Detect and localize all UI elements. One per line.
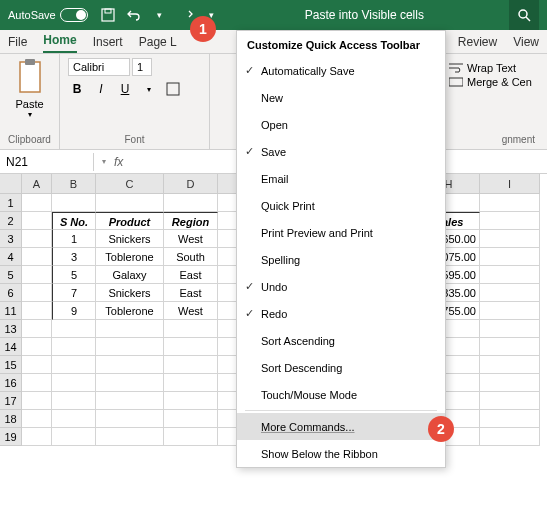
svg-rect-1 xyxy=(105,9,111,13)
menu-item-label: Sort Ascending xyxy=(261,335,335,347)
italic-button[interactable]: I xyxy=(92,80,110,98)
font-size-input[interactable] xyxy=(132,58,152,76)
chevron-down-icon[interactable]: ▾ xyxy=(152,7,168,23)
table-cell: Galaxy xyxy=(96,266,164,284)
underline-button[interactable]: U xyxy=(116,80,134,98)
tab-review[interactable]: Review xyxy=(458,31,497,53)
menu-item-label: Show Below the Ribbon xyxy=(261,448,378,460)
workbook-title: Paste into Visible cells xyxy=(220,8,509,22)
search-button[interactable] xyxy=(509,0,539,30)
qat-customize-menu: Customize Quick Access Toolbar ✓Automati… xyxy=(236,30,446,468)
menu-item-label: Quick Print xyxy=(261,200,315,212)
menu-item-label: Print Preview and Print xyxy=(261,227,373,239)
table-cell: 3 xyxy=(52,248,96,266)
chevron-down-icon[interactable]: ▾ xyxy=(140,80,158,98)
menu-item-label: Save xyxy=(261,146,286,158)
tab-insert[interactable]: Insert xyxy=(93,31,123,53)
menu-item[interactable]: ✓Redo xyxy=(237,300,445,327)
merge-icon[interactable] xyxy=(449,76,463,88)
table-header: Product xyxy=(96,212,164,230)
row-header[interactable]: 15 xyxy=(0,356,22,374)
fx-icon[interactable]: fx xyxy=(114,155,123,169)
row-header[interactable]: 11 xyxy=(0,302,22,320)
menu-show-below-ribbon[interactable]: Show Below the Ribbon xyxy=(237,440,445,467)
svg-rect-6 xyxy=(167,83,179,95)
menu-item[interactable]: New xyxy=(237,84,445,111)
paste-label[interactable]: Paste xyxy=(8,98,51,110)
menu-title: Customize Quick Access Toolbar xyxy=(237,31,445,57)
tab-file[interactable]: File xyxy=(8,31,27,53)
menu-more-commands[interactable]: More Commands... xyxy=(237,413,445,440)
menu-item-label: Redo xyxy=(261,308,287,320)
font-name-input[interactable] xyxy=(68,58,130,76)
merge-label[interactable]: Merge & Cen xyxy=(467,76,532,88)
col-header[interactable]: A xyxy=(22,174,52,194)
col-header[interactable]: I xyxy=(480,174,540,194)
row-header[interactable]: 13 xyxy=(0,320,22,338)
menu-item[interactable]: Open xyxy=(237,111,445,138)
table-cell: Snickers xyxy=(96,284,164,302)
menu-item[interactable]: Touch/Mouse Mode xyxy=(237,381,445,408)
autosave-label: AutoSave xyxy=(8,9,56,21)
row-header[interactable]: 2 xyxy=(0,212,22,230)
menu-item[interactable]: Email xyxy=(237,165,445,192)
group-clipboard: Paste ▾ Clipboard xyxy=(0,54,60,149)
menu-item-label: Spelling xyxy=(261,254,300,266)
title-bar: AutoSave ▾ ▾ Paste into Visible cells xyxy=(0,0,547,30)
row-header[interactable]: 18 xyxy=(0,410,22,428)
menu-item[interactable]: Quick Print xyxy=(237,192,445,219)
row-header[interactable]: 17 xyxy=(0,392,22,410)
group-alignment: Wrap Text Merge & Cen gnment xyxy=(437,54,547,149)
autosave-toggle[interactable]: AutoSave xyxy=(8,8,88,22)
undo-icon[interactable] xyxy=(126,7,142,23)
tab-view[interactable]: View xyxy=(513,31,539,53)
table-cell: South xyxy=(164,248,218,266)
row-header[interactable]: 4 xyxy=(0,248,22,266)
tab-home[interactable]: Home xyxy=(43,29,76,53)
tab-page-layout[interactable]: Page L xyxy=(139,31,177,53)
col-header[interactable]: B xyxy=(52,174,96,194)
table-cell: East xyxy=(164,266,218,284)
toggle-off-icon[interactable] xyxy=(60,8,88,22)
menu-item-label: Undo xyxy=(261,281,287,293)
name-box[interactable]: N21 xyxy=(0,153,94,171)
menu-item[interactable]: Spelling xyxy=(237,246,445,273)
clipboard-group-label: Clipboard xyxy=(8,134,51,145)
menu-item-label: Automatically Save xyxy=(261,65,355,77)
check-icon: ✓ xyxy=(245,280,261,293)
row-header[interactable]: 5 xyxy=(0,266,22,284)
menu-item-label: Email xyxy=(261,173,289,185)
callout-badge-1: 1 xyxy=(190,16,216,42)
paste-icon[interactable] xyxy=(14,58,46,98)
col-header[interactable]: C xyxy=(96,174,164,194)
save-icon[interactable] xyxy=(100,7,116,23)
row-header[interactable]: 3 xyxy=(0,230,22,248)
redo-icon[interactable] xyxy=(178,7,194,23)
select-all-corner[interactable] xyxy=(0,174,22,194)
menu-item[interactable]: ✓Undo xyxy=(237,273,445,300)
search-icon xyxy=(516,7,532,23)
svg-line-3 xyxy=(526,17,530,21)
wrap-text-label[interactable]: Wrap Text xyxy=(467,62,516,74)
row-header[interactable]: 16 xyxy=(0,374,22,392)
menu-item[interactable]: ✓Save xyxy=(237,138,445,165)
menu-item-label: Open xyxy=(261,119,288,131)
chevron-down-icon[interactable]: ▾ xyxy=(102,157,106,166)
bold-button[interactable]: B xyxy=(68,80,86,98)
chevron-down-icon[interactable]: ▾ xyxy=(8,110,51,119)
row-header[interactable]: 1 xyxy=(0,194,22,212)
menu-item[interactable]: Print Preview and Print xyxy=(237,219,445,246)
row-header[interactable]: 14 xyxy=(0,338,22,356)
borders-button[interactable] xyxy=(164,80,182,98)
row-header[interactable]: 6 xyxy=(0,284,22,302)
row-header[interactable]: 19 xyxy=(0,428,22,446)
table-cell: 9 xyxy=(52,302,96,320)
col-header[interactable]: D xyxy=(164,174,218,194)
svg-point-2 xyxy=(519,10,527,18)
wrap-text-icon[interactable] xyxy=(449,62,463,74)
menu-item[interactable]: Sort Ascending xyxy=(237,327,445,354)
table-cell: 7 xyxy=(52,284,96,302)
menu-item[interactable]: Sort Descending xyxy=(237,354,445,381)
menu-item[interactable]: ✓Automatically Save xyxy=(237,57,445,84)
svg-rect-4 xyxy=(20,62,40,92)
